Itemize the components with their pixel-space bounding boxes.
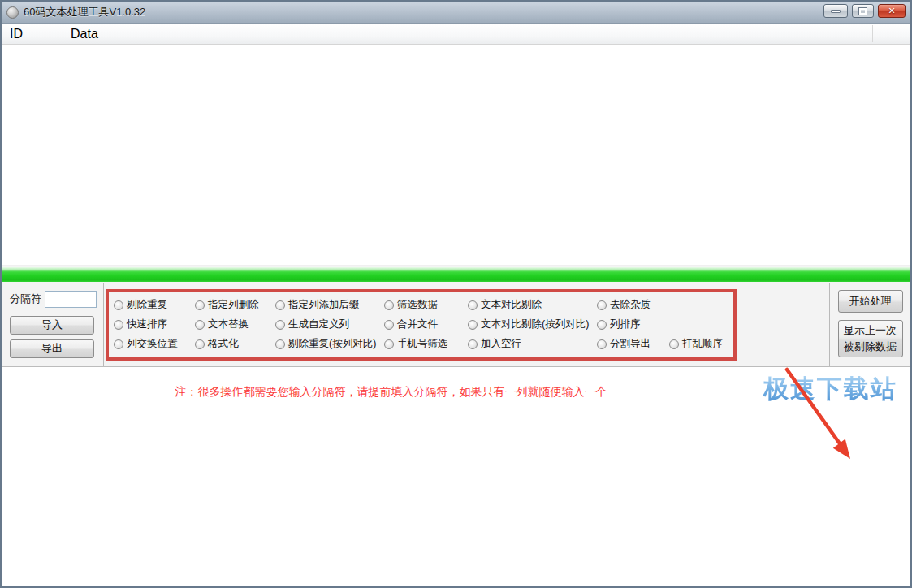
radio-icon[interactable] bbox=[195, 300, 205, 310]
radio-option-format[interactable]: 格式化 bbox=[195, 337, 275, 351]
column-divider bbox=[63, 25, 63, 42]
radio-option-remove-duplicates-by-column[interactable]: 剔除重复(按列对比) bbox=[275, 337, 384, 351]
radio-option-swap-columns[interactable]: 列交换位置 bbox=[114, 337, 195, 351]
minimize-button[interactable] bbox=[823, 4, 848, 18]
operations-highlight-box: 剔除重复 指定列删除 指定列添加后缀 筛选数据 文本对比剔除 去除杂质 快速排序… bbox=[106, 289, 737, 361]
column-header-id[interactable]: ID bbox=[2, 27, 63, 41]
show-last-removed-button[interactable]: 显示上一次被剔除数据 bbox=[838, 320, 903, 357]
radio-icon[interactable] bbox=[384, 339, 394, 349]
window-controls: ✕ bbox=[823, 2, 906, 23]
radio-option-text-replace[interactable]: 文本替换 bbox=[195, 318, 275, 331]
radio-icon[interactable] bbox=[597, 300, 607, 310]
radio-option-filter-data[interactable]: 筛选数据 bbox=[384, 298, 468, 312]
import-button[interactable]: 导入 bbox=[10, 316, 94, 335]
radio-icon[interactable] bbox=[114, 320, 123, 330]
radio-icon[interactable] bbox=[468, 320, 478, 330]
radio-option-text-compare-remove-by-column[interactable]: 文本对比剔除(按列对比) bbox=[468, 318, 597, 331]
list-header: ID Data bbox=[2, 24, 910, 45]
export-button[interactable]: 导出 bbox=[10, 339, 94, 358]
progress-bar bbox=[2, 266, 910, 283]
io-panel: 分隔符 导入 导出 bbox=[2, 283, 104, 366]
data-list-view: ID Data bbox=[2, 24, 910, 265]
minimize-icon bbox=[831, 10, 841, 13]
radio-option-split-export[interactable]: 分割导出 bbox=[597, 337, 669, 351]
list-body-empty[interactable] bbox=[2, 45, 910, 265]
column-header-data[interactable]: Data bbox=[63, 27, 98, 41]
radio-option-text-compare-remove[interactable]: 文本对比剔除 bbox=[468, 298, 597, 312]
radio-option-delete-specified-column[interactable]: 指定列删除 bbox=[195, 298, 275, 312]
window-title: 60码文本处理工具V1.0.32 bbox=[24, 5, 145, 19]
radio-option-quick-sort[interactable]: 快速排序 bbox=[114, 318, 195, 331]
footer: 注：很多操作都需要您输入分隔符，请提前填入分隔符，如果只有一列就随便输入一个 极… bbox=[2, 366, 910, 587]
option-row: 快速排序 文本替换 生成自定义列 合并文件 文本对比剔除(按列对比) 列排序 bbox=[114, 315, 733, 335]
separator-label: 分隔符 bbox=[10, 292, 41, 306]
radio-icon[interactable] bbox=[275, 339, 285, 349]
app-icon bbox=[6, 6, 19, 19]
close-icon: ✕ bbox=[888, 6, 895, 15]
operations-area: 剔除重复 指定列删除 指定列添加后缀 筛选数据 文本对比剔除 去除杂质 快速排序… bbox=[104, 283, 829, 366]
radio-icon[interactable] bbox=[468, 339, 478, 349]
radio-option-insert-blank-line[interactable]: 加入空行 bbox=[468, 337, 597, 351]
title-bar: 60码文本处理工具V1.0.32 ✕ bbox=[2, 2, 910, 24]
radio-icon[interactable] bbox=[275, 320, 285, 330]
radio-icon[interactable] bbox=[384, 300, 394, 310]
option-row: 列交换位置 格式化 剔除重复(按列对比) 手机号筛选 加入空行 分割导出 打乱顺… bbox=[114, 335, 733, 354]
radio-option-remove-impurities[interactable]: 去除杂质 bbox=[597, 298, 669, 312]
start-processing-button[interactable]: 开始处理 bbox=[838, 290, 903, 313]
option-row: 剔除重复 指定列删除 指定列添加后缀 筛选数据 文本对比剔除 去除杂质 bbox=[114, 296, 733, 315]
radio-option-merge-files[interactable]: 合并文件 bbox=[384, 318, 468, 331]
radio-option-phone-number-filter[interactable]: 手机号筛选 bbox=[384, 337, 468, 351]
radio-option-generate-custom-column[interactable]: 生成自定义列 bbox=[275, 318, 384, 331]
radio-icon[interactable] bbox=[597, 339, 607, 349]
watermark-text: 极速下载站 bbox=[763, 372, 897, 406]
radio-icon[interactable] bbox=[114, 300, 123, 310]
app-window: 60码文本处理工具V1.0.32 ✕ ID Data 分隔符 导入 导出 bbox=[0, 0, 912, 588]
radio-option-remove-duplicates[interactable]: 剔除重复 bbox=[114, 298, 195, 312]
column-divider bbox=[872, 25, 873, 42]
maximize-button[interactable] bbox=[852, 4, 874, 18]
close-button[interactable]: ✕ bbox=[878, 4, 906, 18]
radio-icon[interactable] bbox=[669, 339, 679, 349]
radio-icon[interactable] bbox=[597, 320, 607, 330]
progress-bar-fill bbox=[2, 267, 910, 282]
separator-input[interactable] bbox=[45, 291, 97, 308]
separator-hint-note: 注：很多操作都需要您输入分隔符，请提前填入分隔符，如果只有一列就随便输入一个 bbox=[2, 385, 780, 400]
radio-icon[interactable] bbox=[384, 320, 394, 330]
radio-icon[interactable] bbox=[468, 300, 478, 310]
radio-icon[interactable] bbox=[195, 339, 205, 349]
control-panel: 分隔符 导入 导出 剔除重复 指定列删除 指定列添加后缀 筛选数据 文本对比剔除… bbox=[2, 283, 910, 366]
radio-option-column-sort[interactable]: 列排序 bbox=[597, 318, 669, 331]
maximize-icon bbox=[859, 8, 867, 15]
action-panel: 开始处理 显示上一次被剔除数据 bbox=[829, 283, 910, 366]
radio-icon[interactable] bbox=[114, 339, 123, 349]
radio-icon[interactable] bbox=[195, 320, 205, 330]
radio-icon[interactable] bbox=[275, 300, 285, 310]
radio-option-add-suffix-to-column[interactable]: 指定列添加后缀 bbox=[275, 298, 384, 312]
radio-option-shuffle-order[interactable]: 打乱顺序 bbox=[669, 337, 730, 351]
